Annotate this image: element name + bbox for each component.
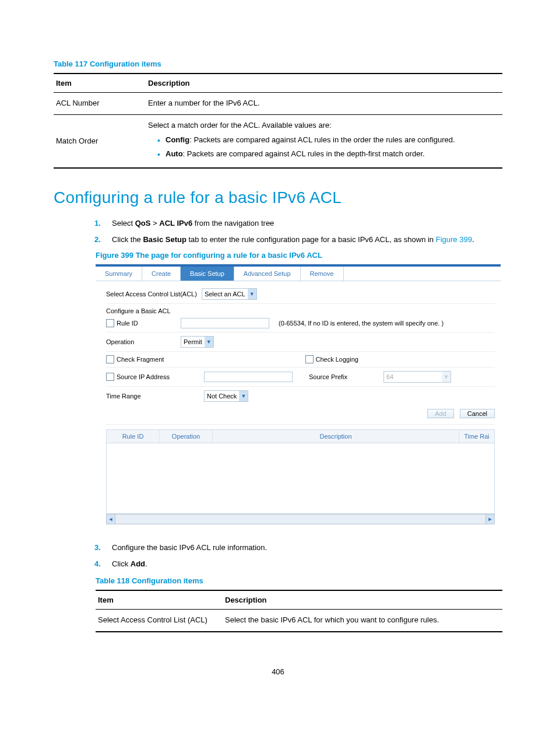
source-prefix-value: 64 bbox=[386, 373, 393, 380]
check-fragment-label: Check Fragment bbox=[117, 356, 164, 363]
tab-create[interactable]: Create bbox=[142, 267, 181, 281]
step-3: 3. Configure the basic IPv6 ACL rule inf… bbox=[112, 542, 502, 554]
step-text: . bbox=[145, 559, 147, 568]
step-text: Select bbox=[112, 219, 135, 228]
step-bold: Basic Setup bbox=[143, 235, 186, 244]
grid-col-ruleid: Rule ID bbox=[107, 430, 160, 443]
step-text: from the navigation tree bbox=[192, 219, 274, 228]
figure-link[interactable]: Figure 399 bbox=[436, 235, 472, 244]
source-ip-checkbox[interactable] bbox=[106, 373, 114, 381]
step-text: Configure the basic IPv6 ACL rule inform… bbox=[112, 543, 267, 552]
select-acl-label: Select Access Control List(ACL) bbox=[106, 290, 197, 298]
rule-id-input[interactable] bbox=[181, 318, 269, 328]
table118: Item Description Select Access Control L… bbox=[96, 590, 502, 632]
page-heading: Configuring a rule for a basic IPv6 ACL bbox=[54, 188, 502, 207]
operation-dropdown[interactable]: Permit ▼ bbox=[181, 336, 214, 348]
add-button[interactable]: Add bbox=[427, 409, 454, 418]
grid-col-description: Description bbox=[213, 430, 459, 443]
check-logging-label: Check Logging bbox=[316, 356, 358, 363]
step-number: 3. bbox=[94, 542, 101, 554]
table118-col-desc: Description bbox=[223, 590, 502, 610]
rule-id-checkbox[interactable] bbox=[106, 319, 114, 327]
table-row: Match Order Select a match order for the… bbox=[54, 114, 502, 168]
scroll-track[interactable] bbox=[115, 514, 485, 524]
basic-acl-title: Configure a Basic ACL bbox=[106, 307, 171, 314]
table117-caption: Table 117 Configuration items bbox=[54, 60, 502, 68]
bullet-text: : Packets are compared against ACL rules… bbox=[189, 135, 455, 144]
source-prefix-label: Source Prefix bbox=[309, 373, 379, 380]
grid-body bbox=[106, 443, 495, 514]
horizontal-scrollbar[interactable]: ◄ ► bbox=[106, 514, 495, 524]
chevron-down-icon: ▼ bbox=[205, 337, 213, 347]
table117: Item Description ACL Number Enter a numb… bbox=[54, 73, 502, 169]
bullet-text: : Packets are compared against ACL rules… bbox=[183, 149, 425, 158]
figure-caption: Figure 399 The page for configuring a ru… bbox=[96, 251, 502, 260]
source-ip-input[interactable] bbox=[204, 372, 293, 382]
step-text: tab to enter the rule configuration page… bbox=[186, 235, 436, 244]
source-prefix-dropdown[interactable]: 64 ▼ bbox=[383, 371, 451, 383]
rule-id-label: Rule ID bbox=[117, 320, 138, 327]
step-text: Click bbox=[112, 559, 131, 568]
tab-remove[interactable]: Remove bbox=[301, 267, 344, 281]
grid-header: Rule ID Operation Description Time Rai bbox=[106, 429, 495, 443]
table117-row0-item: ACL Number bbox=[54, 93, 146, 115]
desc-lead: Select a match order for the ACL. Availa… bbox=[148, 121, 332, 130]
chevron-down-icon: ▼ bbox=[442, 372, 451, 382]
rule-id-hint: (0-65534, If no ID is entered, the syste… bbox=[279, 320, 444, 327]
table118-row0-desc: Select the basic IPv6 ACL for which you … bbox=[223, 610, 502, 632]
page-number: 406 bbox=[54, 667, 502, 676]
time-range-label: Time Range bbox=[106, 393, 199, 400]
list-item: Config: Packets are compared against ACL… bbox=[157, 134, 500, 146]
table117-col-item: Item bbox=[54, 74, 146, 93]
step-number: 1. bbox=[94, 218, 101, 229]
bullet-bold: Auto bbox=[166, 149, 183, 158]
tab-summary[interactable]: Summary bbox=[96, 267, 142, 281]
table118-col-item: Item bbox=[96, 590, 223, 610]
table-row: ACL Number Enter a number for the IPv6 A… bbox=[54, 93, 502, 115]
step-2: 2. Click the Basic Setup tab to enter th… bbox=[112, 234, 502, 246]
step-bold: QoS bbox=[135, 219, 151, 228]
table118-row0-item: Select Access Control List (ACL) bbox=[96, 610, 223, 632]
step-text: . bbox=[472, 235, 474, 244]
table117-row0-desc: Enter a number for the IPv6 ACL. bbox=[146, 93, 502, 115]
step-text: > bbox=[150, 219, 159, 228]
cancel-button[interactable]: Cancel bbox=[460, 409, 495, 418]
screenshot-ui: Summary Create Basic Setup Advanced Setu… bbox=[96, 264, 501, 529]
step-bold: Add bbox=[131, 559, 145, 568]
chevron-down-icon: ▼ bbox=[248, 289, 256, 299]
bullet-bold: Config bbox=[166, 135, 189, 144]
source-ip-label: Source IP Address bbox=[117, 373, 170, 380]
tab-row: Summary Create Basic Setup Advanced Setu… bbox=[96, 267, 501, 281]
scroll-right-icon[interactable]: ► bbox=[485, 514, 494, 524]
time-range-dropdown[interactable]: Not Check ▼ bbox=[204, 390, 248, 402]
chevron-down-icon: ▼ bbox=[239, 391, 248, 401]
step-number: 4. bbox=[94, 558, 101, 570]
time-range-value: Not Check bbox=[207, 393, 237, 400]
tab-advanced-setup[interactable]: Advanced Setup bbox=[234, 267, 301, 281]
table-row: Select Access Control List (ACL) Select … bbox=[96, 610, 502, 632]
operation-value: Permit bbox=[184, 338, 202, 345]
operation-label: Operation bbox=[106, 338, 176, 345]
grid-col-operation: Operation bbox=[160, 430, 213, 443]
select-acl-value: Select an ACL bbox=[205, 290, 245, 298]
step-4: 4. Click Add. bbox=[112, 558, 502, 570]
table118-caption: Table 118 Configuration items bbox=[96, 576, 502, 585]
step-bold: ACL IPv6 bbox=[159, 219, 192, 228]
tab-basic-setup[interactable]: Basic Setup bbox=[181, 267, 234, 281]
grid-col-timerange: Time Rai bbox=[459, 430, 494, 443]
list-item: Auto: Packets are compared against ACL r… bbox=[157, 148, 500, 160]
scroll-left-icon[interactable]: ◄ bbox=[107, 514, 115, 524]
table117-row1-desc: Select a match order for the ACL. Availa… bbox=[146, 114, 502, 168]
check-fragment-checkbox[interactable] bbox=[106, 355, 114, 363]
table117-row1-item: Match Order bbox=[54, 114, 146, 168]
check-logging-checkbox[interactable] bbox=[305, 355, 314, 363]
step-1: 1. Select QoS > ACL IPv6 from the naviga… bbox=[112, 218, 502, 229]
step-number: 2. bbox=[94, 234, 101, 246]
step-text: Click the bbox=[112, 235, 143, 244]
table117-col-desc: Description bbox=[146, 74, 502, 93]
select-acl-dropdown[interactable]: Select an ACL ▼ bbox=[202, 288, 257, 300]
